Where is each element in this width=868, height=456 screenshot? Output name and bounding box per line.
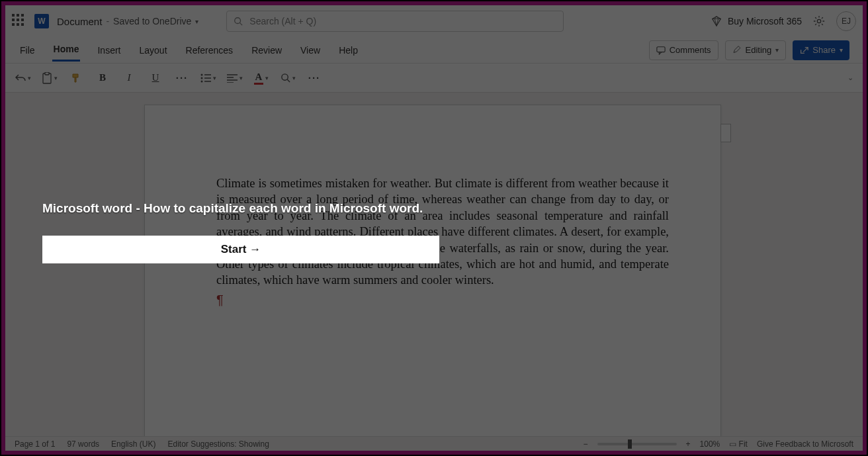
start-button[interactable]: Start →: [42, 236, 439, 263]
tutorial-title: Microsoft word - How to capitalize each …: [42, 201, 439, 216]
tutorial-overlay: Microsoft word - How to capitalize each …: [42, 201, 439, 263]
